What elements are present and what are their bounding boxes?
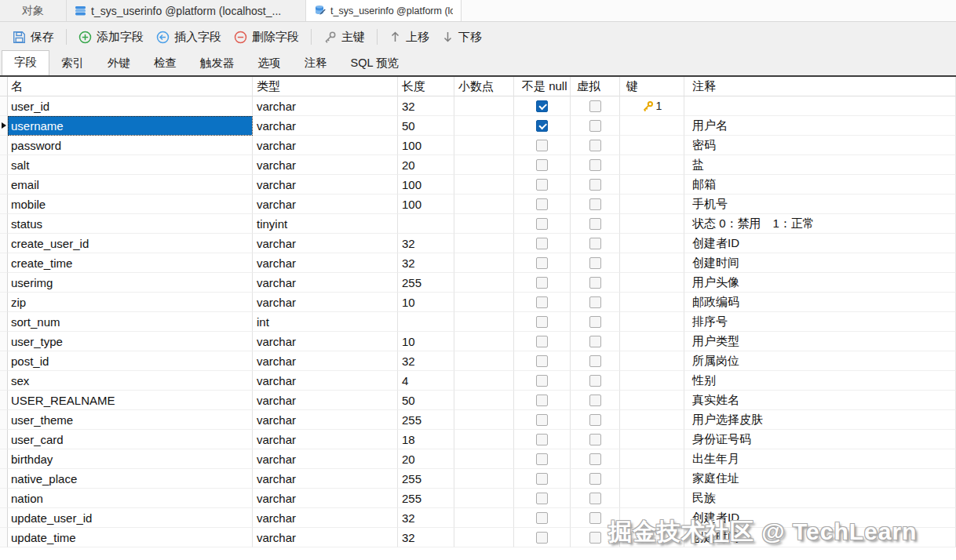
tab-indexes[interactable]: 索引	[49, 52, 96, 75]
row-selector[interactable]	[0, 155, 8, 175]
field-decimals-cell[interactable]	[454, 116, 514, 136]
field-comment-cell[interactable]: 家庭住址	[684, 469, 956, 489]
tab-table-view[interactable]: t_sys_userinfo @platform (localhost_...	[67, 0, 306, 21]
row-selector[interactable]	[0, 391, 8, 410]
not-null-checkbox[interactable]	[536, 257, 548, 269]
row-selector[interactable]	[0, 489, 8, 508]
field-comment-cell[interactable]: 真实姓名	[684, 391, 956, 410]
field-length-cell[interactable]: 255	[398, 273, 454, 293]
field-decimals-cell[interactable]	[454, 175, 514, 195]
field-comment-cell[interactable]: 创建时间	[684, 528, 956, 547]
field-comment-cell[interactable]: 盐	[684, 155, 956, 175]
key-cell[interactable]	[620, 449, 684, 469]
field-type-cell[interactable]: varchar	[253, 469, 398, 489]
field-name-cell[interactable]: create_time	[8, 253, 253, 273]
field-name-cell[interactable]: userimg	[8, 273, 253, 293]
field-decimals-cell[interactable]	[454, 234, 514, 253]
not-null-checkbox[interactable]	[536, 453, 548, 465]
key-cell[interactable]	[620, 332, 684, 351]
field-type-cell[interactable]: varchar	[253, 175, 398, 195]
tab-checks[interactable]: 检查	[142, 52, 188, 75]
virtual-checkbox[interactable]	[589, 257, 601, 269]
field-name-cell[interactable]: username	[8, 116, 253, 136]
tab-foreign-keys[interactable]: 外键	[96, 52, 142, 75]
field-decimals-cell[interactable]	[454, 449, 514, 469]
field-type-cell[interactable]: varchar	[253, 410, 398, 430]
key-cell[interactable]	[620, 508, 684, 528]
field-type-cell[interactable]: varchar	[253, 234, 398, 253]
row-selector[interactable]	[0, 332, 8, 351]
virtual-checkbox[interactable]	[589, 277, 601, 289]
row-selector[interactable]	[0, 508, 8, 528]
field-type-cell[interactable]: varchar	[253, 96, 398, 116]
virtual-checkbox[interactable]	[589, 336, 601, 347]
not-null-checkbox[interactable]	[536, 375, 548, 387]
virtual-checkbox[interactable]	[589, 512, 601, 524]
key-cell[interactable]	[620, 351, 684, 371]
not-null-checkbox[interactable]	[536, 120, 548, 132]
field-length-cell[interactable]: 20	[398, 155, 454, 175]
field-name-cell[interactable]: email	[8, 175, 253, 195]
tab-options[interactable]: 选项	[246, 52, 293, 75]
not-null-checkbox[interactable]	[536, 493, 548, 504]
field-comment-cell[interactable]: 密码	[684, 136, 956, 155]
field-type-cell[interactable]: varchar	[253, 273, 398, 293]
key-cell[interactable]	[620, 312, 684, 332]
row-selector[interactable]	[0, 214, 8, 234]
field-length-cell[interactable]: 10	[398, 293, 454, 312]
not-null-checkbox[interactable]	[536, 159, 548, 171]
virtual-checkbox[interactable]	[589, 375, 601, 387]
not-null-checkbox[interactable]	[536, 395, 548, 406]
field-length-cell[interactable]: 50	[398, 116, 454, 136]
row-selector[interactable]	[0, 96, 8, 116]
tab-sql-preview[interactable]: SQL 预览	[339, 52, 411, 75]
save-button[interactable]: 保存	[6, 27, 60, 48]
row-selector[interactable]	[0, 528, 8, 547]
not-null-checkbox[interactable]	[536, 277, 548, 289]
field-decimals-cell[interactable]	[454, 312, 514, 332]
virtual-checkbox[interactable]	[589, 453, 601, 465]
row-selector[interactable]	[0, 136, 8, 155]
field-comment-cell[interactable]: 所属岗位	[684, 351, 956, 371]
field-type-cell[interactable]: varchar	[253, 332, 398, 351]
not-null-checkbox[interactable]	[536, 532, 548, 544]
field-type-cell[interactable]: varchar	[253, 293, 398, 312]
not-null-checkbox[interactable]	[536, 140, 548, 151]
field-name-cell[interactable]: user_type	[8, 332, 253, 351]
field-type-cell[interactable]: int	[253, 312, 398, 332]
field-decimals-cell[interactable]	[454, 96, 514, 116]
key-cell[interactable]	[620, 410, 684, 430]
field-comment-cell[interactable]: 创建者ID	[684, 508, 956, 528]
virtual-checkbox[interactable]	[589, 159, 601, 171]
field-type-cell[interactable]: tinyint	[253, 214, 398, 234]
row-selector[interactable]	[0, 253, 8, 273]
virtual-checkbox[interactable]	[589, 100, 601, 112]
field-name-cell[interactable]: update_time	[8, 528, 253, 547]
field-decimals-cell[interactable]	[454, 469, 514, 489]
field-name-cell[interactable]: native_place	[8, 469, 253, 489]
field-decimals-cell[interactable]	[454, 273, 514, 293]
field-comment-cell[interactable]: 用户选择皮肤	[684, 410, 956, 430]
row-selector[interactable]	[0, 410, 8, 430]
tab-comment[interactable]: 注释	[293, 52, 339, 75]
field-comment-cell[interactable]: 状态 0：禁用 1：正常	[684, 214, 956, 234]
not-null-checkbox[interactable]	[536, 434, 548, 445]
tab-objects[interactable]: 对象	[0, 0, 67, 21]
field-length-cell[interactable]: 100	[398, 195, 454, 214]
field-type-cell[interactable]: varchar	[253, 391, 398, 410]
field-type-cell[interactable]: varchar	[253, 116, 398, 136]
field-length-cell[interactable]: 32	[398, 528, 454, 547]
field-type-cell[interactable]: varchar	[253, 508, 398, 528]
row-selector[interactable]	[0, 469, 8, 489]
virtual-checkbox[interactable]	[589, 140, 601, 151]
field-length-cell[interactable]: 100	[398, 175, 454, 195]
field-length-cell[interactable]: 255	[398, 489, 454, 508]
tab-fields[interactable]: 字段	[2, 50, 49, 75]
field-comment-cell[interactable]: 邮政编码	[684, 293, 956, 312]
virtual-checkbox[interactable]	[589, 493, 601, 504]
field-name-cell[interactable]: user_card	[8, 430, 253, 449]
not-null-checkbox[interactable]	[536, 238, 548, 249]
virtual-checkbox[interactable]	[589, 120, 601, 132]
field-comment-cell[interactable]: 性别	[684, 371, 956, 391]
field-comment-cell[interactable]: 用户类型	[684, 332, 956, 351]
